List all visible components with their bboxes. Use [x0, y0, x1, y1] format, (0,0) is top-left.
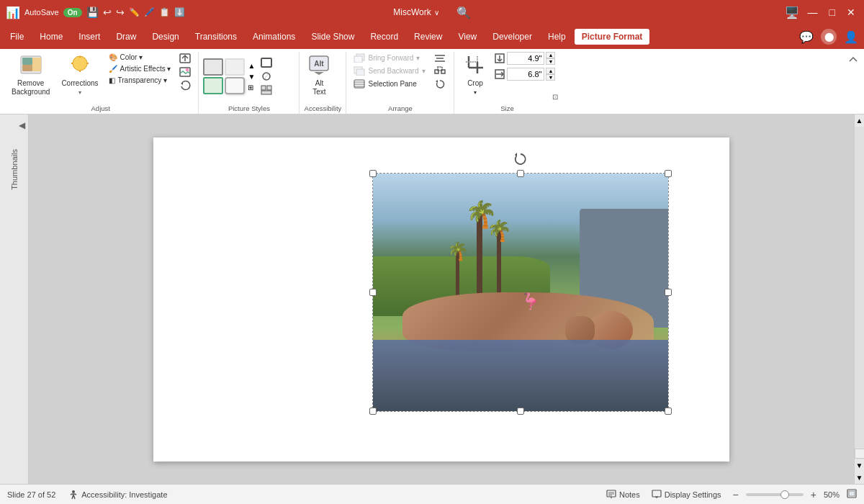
notes-button[interactable]: Notes	[606, 490, 640, 499]
handle-top-right[interactable]	[665, 170, 672, 177]
artistic-effects-button[interactable]: 🖌️ Artistic Effects ▾	[106, 63, 174, 74]
bring-forward-dropdown[interactable]: ▾	[416, 54, 420, 62]
display-settings-button[interactable]: Display Settings	[647, 488, 726, 500]
corrections-dropdown[interactable]: ▾	[78, 89, 81, 96]
selection-pane-button[interactable]: Selection Pane	[351, 78, 428, 90]
menu-view[interactable]: View	[451, 29, 484, 45]
remove-background-button[interactable]: RemoveBackground	[7, 52, 54, 99]
selected-image-container[interactable]: 🌴 🌴 🦩	[373, 174, 668, 411]
width-input[interactable]	[507, 68, 544, 81]
picture-style-4[interactable]	[225, 77, 245, 94]
handle-middle-right[interactable]	[665, 289, 672, 296]
handle-bottom-center[interactable]	[517, 408, 524, 415]
corrections-button[interactable]: Corrections ▾	[57, 52, 102, 99]
slide-image[interactable]: 🌴 🌴 🦩	[373, 174, 668, 411]
picture-style-2[interactable]	[225, 58, 245, 76]
scroll-down-button[interactable]: ▼	[855, 459, 864, 472]
save-icon[interactable]: 💾	[86, 6, 99, 18]
svg-rect-17	[261, 86, 266, 90]
menu-transitions[interactable]: Transitions	[188, 29, 244, 45]
transparency-button[interactable]: ◧ Transparency ▾	[106, 75, 174, 86]
customize-icon[interactable]: ⬇️	[174, 7, 185, 17]
menu-home[interactable]: Home	[32, 29, 70, 45]
menu-design[interactable]: Design	[145, 29, 186, 45]
powerpoint-logo: 📊	[6, 6, 20, 19]
picture-style-3[interactable]	[203, 77, 223, 94]
width-spinner[interactable]: ▲ ▼	[546, 68, 555, 81]
zoom-slider-thumb[interactable]	[780, 490, 789, 499]
crop-dropdown-arrow[interactable]: ▾	[474, 89, 477, 96]
title-dropdown-icon[interactable]: ∨	[434, 9, 439, 17]
search-icon[interactable]: 🔍	[456, 6, 471, 19]
height-input[interactable]	[507, 52, 544, 65]
send-backward-dropdown[interactable]: ▾	[422, 67, 426, 75]
color-button[interactable]: 🎨 Color ▾	[106, 52, 174, 63]
change-picture-button[interactable]	[176, 66, 194, 78]
handle-top-left[interactable]	[369, 170, 377, 177]
picture-effects-button[interactable]	[258, 70, 278, 83]
scroll-down2-button[interactable]: ▼	[855, 472, 864, 484]
zoom-slider[interactable]	[746, 493, 804, 496]
slide-area[interactable]: 🌴 🌴 🦩	[29, 114, 854, 484]
menu-record[interactable]: Record	[363, 29, 405, 45]
picture-border-button[interactable]	[258, 56, 278, 69]
width-input-row: ▲ ▼	[494, 68, 555, 81]
rotate-button[interactable]	[431, 78, 449, 90]
rotate-handle[interactable]	[513, 152, 528, 170]
fit-slide-button[interactable]	[847, 489, 857, 500]
collapse-ribbon-button[interactable]	[845, 52, 861, 68]
menu-picture-format[interactable]: Picture Format	[575, 29, 650, 45]
profile-icon[interactable]: 👤	[841, 29, 861, 45]
right-scrollbar: ▲ ▼ ▼	[854, 114, 864, 484]
handle-bottom-right[interactable]	[665, 408, 672, 415]
ink-icon[interactable]: 🖊️	[144, 7, 155, 17]
handle-bottom-left[interactable]	[369, 408, 377, 415]
handle-top-center[interactable]	[517, 170, 524, 177]
redo-icon[interactable]: ↪	[116, 6, 125, 18]
menu-file[interactable]: File	[3, 29, 31, 45]
menu-review[interactable]: Review	[407, 29, 449, 45]
group-button[interactable]	[431, 65, 449, 77]
accessibility-status[interactable]: Accessibility: Investigate	[64, 488, 171, 501]
bring-forward-button[interactable]: Bring Forward ▾	[351, 52, 428, 64]
menu-developer[interactable]: Developer	[485, 29, 539, 45]
menu-help[interactable]: Help	[541, 29, 573, 45]
comment-icon[interactable]: 💬	[796, 29, 816, 45]
height-spin-down[interactable]: ▼	[546, 58, 555, 65]
style-more[interactable]: ⊞	[248, 82, 255, 93]
zoom-out-button[interactable]: −	[733, 489, 739, 500]
menu-slideshow[interactable]: Slide Show	[304, 29, 361, 45]
scroll-up-button[interactable]: ▲	[855, 114, 864, 127]
send-backward-button[interactable]: Send Backward ▾	[351, 65, 428, 77]
close-button[interactable]: ✕	[844, 6, 858, 18]
alt-text-button[interactable]: Alt AltText	[304, 52, 334, 99]
reset-picture-button[interactable]	[176, 79, 194, 92]
handle-middle-left[interactable]	[369, 289, 377, 296]
align-button[interactable]	[431, 52, 449, 64]
undo-icon[interactable]: ↩	[103, 6, 112, 18]
zoom-in-button[interactable]: +	[811, 489, 816, 500]
menu-insert[interactable]: Insert	[71, 29, 107, 45]
share-icon[interactable]: ⬤	[821, 29, 837, 45]
width-spin-up[interactable]: ▲	[546, 68, 555, 74]
menu-draw[interactable]: Draw	[109, 29, 143, 45]
style-scroll-down[interactable]: ▼	[248, 71, 255, 82]
pen-icon[interactable]: ✏️	[129, 7, 140, 17]
compress-pictures-button[interactable]	[176, 52, 194, 65]
height-spin-up[interactable]: ▲	[546, 52, 555, 58]
panel-toggle-button[interactable]: ◀	[19, 120, 25, 130]
size-dialog-launcher[interactable]: ⊡	[552, 93, 558, 101]
height-spinner[interactable]: ▲ ▼	[546, 52, 555, 65]
minimize-button[interactable]: —	[805, 6, 821, 18]
menu-animations[interactable]: Animations	[246, 29, 302, 45]
maximize-button[interactable]: □	[827, 6, 838, 18]
crop-button[interactable]: Crop ▾	[459, 52, 491, 99]
picture-layout-button[interactable]	[258, 84, 278, 96]
width-spin-down[interactable]: ▼	[546, 74, 555, 81]
ribbon-display-icon[interactable]: 🖥️	[785, 6, 799, 19]
style-scroll-up[interactable]: ▲	[248, 60, 255, 71]
picture-style-1[interactable]	[203, 58, 223, 76]
autosave-toggle[interactable]: On	[63, 8, 82, 17]
zoom-box[interactable]	[855, 449, 865, 459]
clipboard-icon[interactable]: 📋	[159, 7, 170, 17]
